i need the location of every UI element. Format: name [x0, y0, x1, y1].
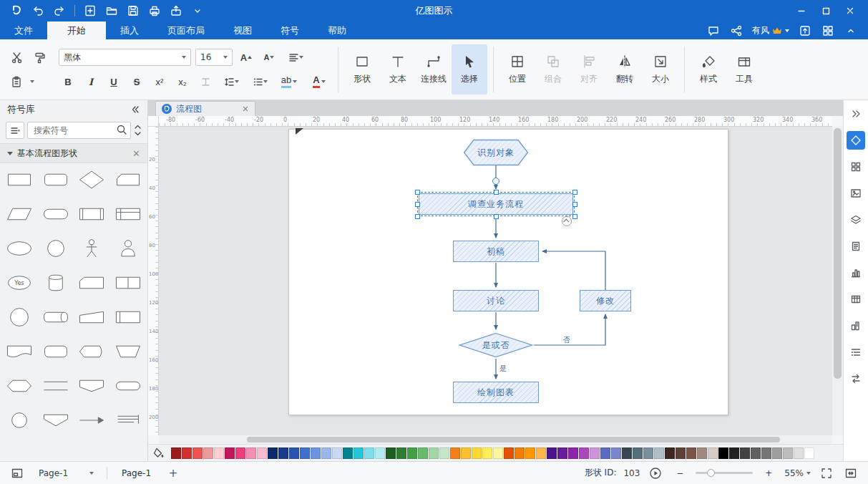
apps-grid-icon[interactable] [818, 23, 838, 38]
layers-panel-icon[interactable] [847, 210, 865, 229]
font-color-button[interactable]: A [306, 73, 332, 90]
infographic-panel-icon[interactable] [847, 316, 865, 335]
text-highlight-button[interactable]: ab [276, 73, 302, 90]
page-dropdown[interactable]: Page-1 [33, 466, 99, 480]
flow-node-modify[interactable]: 修改 [580, 290, 631, 311]
outline-panel-icon[interactable] [847, 343, 865, 362]
shape-ellipse[interactable] [2, 236, 36, 261]
color-swatch[interactable] [568, 447, 578, 459]
color-swatch[interactable] [665, 447, 675, 459]
color-swatch[interactable] [547, 447, 557, 459]
color-swatch[interactable] [203, 447, 213, 459]
color-swatch[interactable] [300, 447, 310, 459]
color-swatch[interactable] [364, 447, 374, 459]
horizontal-scroll-thumb[interactable] [247, 437, 780, 442]
zoom-slider-knob[interactable] [707, 469, 715, 477]
vertical-scroll-thumb[interactable] [834, 128, 842, 379]
search-icon[interactable] [116, 124, 128, 136]
shape-circle-thin[interactable] [2, 305, 36, 329]
color-swatch[interactable] [740, 447, 750, 459]
color-swatch[interactable] [386, 447, 396, 459]
picture-panel-icon[interactable] [847, 184, 865, 203]
color-swatch[interactable] [450, 447, 460, 459]
format-painter-button[interactable] [30, 49, 49, 66]
color-swatch[interactable] [600, 447, 610, 459]
selection-handle-se[interactable] [572, 214, 577, 219]
color-swatch[interactable] [289, 447, 299, 459]
color-swatch[interactable] [643, 447, 653, 459]
shape-rounded-rectangle[interactable] [39, 339, 73, 364]
selection-handle-nw[interactable] [415, 190, 420, 195]
shape-terminator-small[interactable] [111, 374, 145, 398]
shape-card[interactable] [111, 168, 145, 192]
shape-card-alt[interactable] [74, 271, 109, 295]
note-panel-icon[interactable] [847, 237, 865, 256]
color-swatch[interactable] [343, 447, 353, 459]
presentation-play-button[interactable] [647, 465, 664, 482]
shape-preparation[interactable] [2, 374, 36, 398]
selection-handle-w[interactable] [415, 202, 420, 207]
line-spacing-button[interactable] [219, 73, 243, 90]
shape-off-page-connector[interactable] [74, 374, 109, 398]
close-button[interactable] [838, 2, 862, 19]
color-swatch[interactable] [611, 447, 621, 459]
shape-data[interactable] [2, 202, 36, 226]
canvas-viewport[interactable]: 识别对象 调查业务流程 初稿 讨论 修改 是或否 绘制图表 是 否 [159, 127, 832, 435]
color-swatch[interactable] [482, 447, 492, 459]
open-file-button[interactable] [101, 2, 122, 19]
color-swatch[interactable] [504, 447, 514, 459]
cut-button[interactable] [7, 49, 26, 66]
shape-arrow-connector[interactable] [74, 408, 109, 432]
shape-document[interactable] [2, 339, 36, 364]
shape-merge[interactable] [39, 408, 73, 432]
color-swatch[interactable] [525, 447, 535, 459]
selection-handle-sw[interactable] [415, 214, 420, 219]
section-close-icon[interactable]: ✕ [132, 148, 140, 159]
color-swatch[interactable] [268, 447, 278, 459]
color-swatch[interactable] [536, 447, 546, 459]
color-swatch[interactable] [439, 447, 449, 459]
share-icon[interactable] [726, 23, 746, 38]
color-swatch[interactable] [321, 447, 331, 459]
superscript-button[interactable]: x² [150, 73, 169, 90]
undo-button[interactable] [27, 2, 49, 19]
color-swatch[interactable] [332, 447, 342, 459]
color-swatch[interactable] [375, 447, 385, 459]
publish-icon[interactable] [795, 23, 815, 38]
color-swatch[interactable] [654, 447, 664, 459]
color-swatch[interactable] [761, 447, 771, 459]
font-family-select[interactable]: 黑体 [59, 49, 191, 66]
color-swatch[interactable] [783, 447, 793, 459]
shape-manual-input[interactable] [74, 305, 109, 329]
export-button[interactable] [165, 2, 187, 19]
page-view-icon[interactable] [9, 465, 26, 482]
color-swatch[interactable] [192, 447, 203, 459]
menu-tab-file[interactable]: 文件 [0, 21, 47, 39]
menu-tab-help[interactable]: 帮助 [313, 21, 361, 39]
underline-button[interactable]: U [104, 73, 123, 90]
document-tab-flowchart[interactable]: 流程图 [155, 101, 255, 116]
color-swatch[interactable] [257, 447, 267, 459]
scroll-down-icon[interactable] [134, 131, 142, 136]
menu-tab-insert[interactable]: 插入 [106, 21, 153, 39]
flow-node-discuss[interactable]: 讨论 [453, 290, 539, 311]
shape-terminator[interactable] [39, 202, 73, 226]
color-swatch[interactable] [804, 447, 814, 459]
menu-tab-view[interactable]: 视图 [219, 21, 266, 39]
shape-direct-data[interactable] [39, 305, 73, 329]
color-swatch[interactable] [697, 447, 707, 459]
color-swatch[interactable] [718, 447, 728, 459]
color-swatch[interactable] [633, 447, 643, 459]
zoom-out-button[interactable]: − [671, 465, 688, 482]
color-swatch[interactable] [751, 447, 761, 459]
shape-yes-ellipse[interactable]: Yes [2, 271, 36, 295]
selection-handle-s[interactable] [494, 214, 499, 219]
menu-tab-home[interactable]: 开始 [47, 21, 106, 39]
increase-font-button[interactable]: A [237, 49, 255, 66]
flow-node-identify[interactable]: 识别对象 [463, 139, 529, 166]
color-swatch[interactable] [676, 447, 686, 459]
chart-panel-icon[interactable] [847, 263, 865, 282]
expand-panel-icon[interactable] [847, 105, 865, 123]
color-swatch[interactable] [472, 447, 482, 459]
tab-close-icon[interactable] [242, 105, 249, 112]
